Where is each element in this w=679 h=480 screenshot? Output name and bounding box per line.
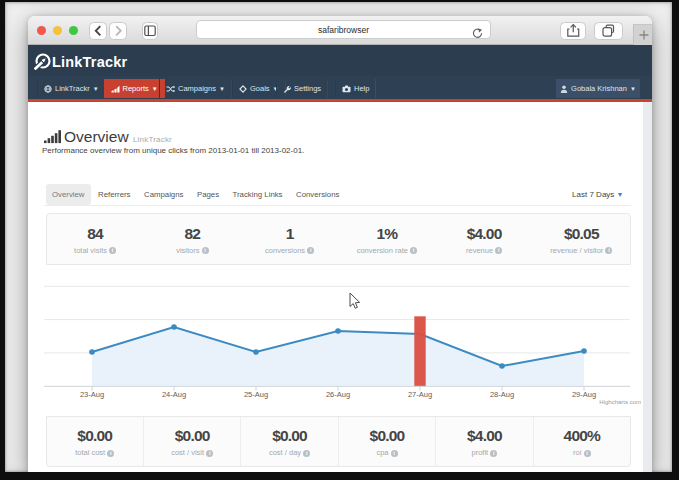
svg-text:29-Aug: 29-Aug: [572, 390, 596, 399]
svg-text:23-Aug: 23-Aug: [80, 390, 104, 399]
svg-text:26-Aug: 26-Aug: [326, 390, 350, 399]
svg-text:28-Aug: 28-Aug: [490, 390, 514, 399]
svg-text:Highcharts.com: Highcharts.com: [599, 398, 641, 404]
svg-text:25-Aug: 25-Aug: [244, 390, 268, 399]
svg-text:27-Aug: 27-Aug: [408, 390, 432, 399]
svg-text:24-Aug: 24-Aug: [162, 390, 186, 399]
